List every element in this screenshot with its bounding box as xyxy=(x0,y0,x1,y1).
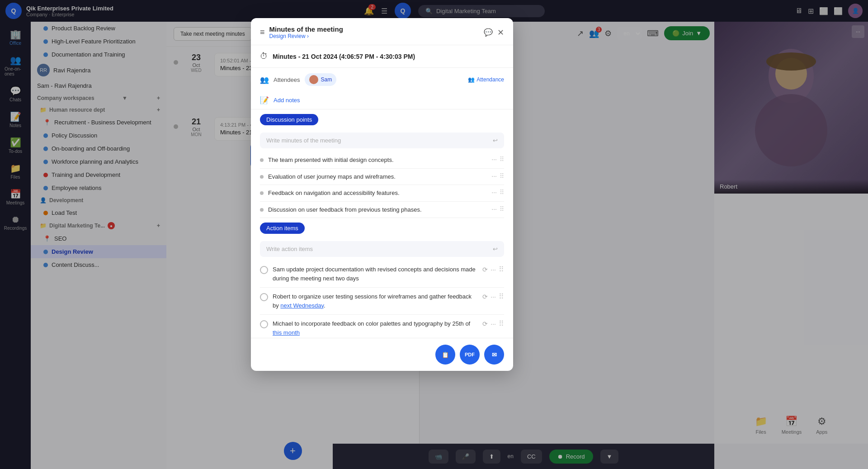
action-checkbox-3[interactable] xyxy=(260,320,268,328)
add-notes-row: 📝 Add notes xyxy=(251,91,513,109)
discussion-item-1: The team presented with initial design c… xyxy=(260,152,504,169)
discussion-section: Discussion points xyxy=(260,109,504,127)
drag-handle-icon: ⠿ xyxy=(499,265,504,274)
modal-footer: 📋 PDF ✉ xyxy=(251,338,513,371)
modal-meeting-title: Minutes - 21 Oct 2024 (4:06:57 PM - 4:30… xyxy=(273,53,415,60)
pdf-button[interactable]: PDF xyxy=(460,345,480,365)
bullet-icon xyxy=(260,158,264,162)
attendees-label: Attendees xyxy=(274,76,300,83)
modal-close-button[interactable]: ✕ xyxy=(497,28,504,38)
add-notes-link[interactable]: Add notes xyxy=(274,97,300,104)
drag-handle-icon: ⠿ xyxy=(499,292,504,301)
modal-title-group: Minutes of the meeting Design Review › xyxy=(269,25,343,39)
attendance-icon: 👥 xyxy=(468,76,475,83)
attendee-avatar-sam xyxy=(309,75,318,84)
action-link-wednesday[interactable]: next Wednesday xyxy=(280,302,324,309)
action-ctrl-2: ⟳ ··· ⠿ xyxy=(482,292,504,301)
action-more-button[interactable]: ··· xyxy=(491,266,496,273)
action-text-1: Sam update project documentation with re… xyxy=(273,265,478,283)
email-button[interactable]: ✉ xyxy=(484,345,504,365)
discussion-item-3: Feedback on navigation and accessibility… xyxy=(260,185,504,202)
action-item-3: Michael to incorporate feedback on color… xyxy=(260,315,504,338)
modal-chat-button[interactable]: 💬 xyxy=(484,28,493,38)
action-item-2: Robert to organize user testing sessions… xyxy=(260,288,504,315)
modal-list-icon: ≡ xyxy=(260,28,265,37)
action-text-2: Robert to organize user testing sessions… xyxy=(273,292,478,310)
minutes-modal: ≡ Minutes of the meeting Design Review ›… xyxy=(251,18,513,371)
action-ctrl-3: ⟳ ··· ⠿ xyxy=(482,319,504,328)
drag-handle-icon: ⠿ xyxy=(499,319,504,328)
action-ctrl-1: ⟳ ··· ⠿ xyxy=(482,265,504,274)
action-checkbox-1[interactable] xyxy=(260,266,268,274)
tab-discussion[interactable]: Discussion points xyxy=(260,114,318,125)
disc-more-button[interactable]: ··· xyxy=(491,156,497,163)
meeting-title-icon: ⏱ xyxy=(260,52,268,61)
modal-content: Discussion points Write minutes of the m… xyxy=(251,109,513,338)
action-item-1: Sam update project documentation with re… xyxy=(260,261,504,288)
action-checkbox-2[interactable] xyxy=(260,293,268,301)
bullet-icon xyxy=(260,208,264,212)
attendees-icon: 👥 xyxy=(260,76,269,84)
refresh-icon: ↩ xyxy=(493,246,498,252)
write-action-input[interactable]: Write action items ↩ xyxy=(260,241,504,257)
modal-header-actions: 💬 ✕ xyxy=(484,28,504,38)
disc-item-actions: ··· ⠿ xyxy=(491,205,504,213)
tab-action[interactable]: Action items xyxy=(260,223,305,234)
drag-handle-icon: ⠿ xyxy=(500,189,504,196)
attendee-chip-sam: Sam xyxy=(305,73,337,86)
discussion-item-4: Discussion on user feedback from previou… xyxy=(260,202,504,218)
copy-button[interactable]: 📋 xyxy=(435,345,455,365)
modal-title: Minutes of the meeting xyxy=(269,25,343,33)
action-link-month[interactable]: this month xyxy=(273,329,300,336)
drag-handle-icon: ⠿ xyxy=(500,172,504,180)
refresh-icon: ↩ xyxy=(493,137,498,144)
drag-handle-icon: ⠿ xyxy=(500,205,504,213)
action-assign-button[interactable]: ⟳ xyxy=(482,293,488,300)
action-text-3: Michael to incorporate feedback on color… xyxy=(273,319,478,337)
action-section: Action items xyxy=(260,218,504,236)
modal-header: ≡ Minutes of the meeting Design Review ›… xyxy=(251,18,513,45)
action-assign-button[interactable]: ⟳ xyxy=(482,266,488,273)
action-more-button[interactable]: ··· xyxy=(491,320,496,327)
action-more-button[interactable]: ··· xyxy=(491,293,496,300)
notes-icon: 📝 xyxy=(260,96,269,104)
modal-title-area: ≡ Minutes of the meeting Design Review › xyxy=(260,25,343,39)
drag-handle-icon: ⠿ xyxy=(500,156,504,163)
meeting-title-row: ⏱ Minutes - 21 Oct 2024 (4:06:57 PM - 4:… xyxy=(251,45,513,68)
modal-breadcrumb[interactable]: Design Review › xyxy=(269,33,343,39)
breadcrumb-chevron: › xyxy=(307,33,309,39)
write-discussion-input[interactable]: Write minutes of the meeting ↩ xyxy=(260,133,504,148)
disc-item-actions: ··· ⠿ xyxy=(491,156,504,163)
action-assign-button[interactable]: ⟳ xyxy=(482,320,488,327)
bullet-icon xyxy=(260,191,264,195)
attendance-button[interactable]: 👥 Attendance xyxy=(468,76,504,83)
disc-item-actions: ··· ⠿ xyxy=(491,189,504,196)
disc-more-button[interactable]: ··· xyxy=(491,172,497,180)
bullet-icon xyxy=(260,175,264,179)
attendees-row: 👥 Attendees Sam 👥 Attendance xyxy=(251,68,513,91)
disc-item-actions: ··· ⠿ xyxy=(491,172,504,180)
disc-more-button[interactable]: ··· xyxy=(491,189,497,196)
disc-more-button[interactable]: ··· xyxy=(491,205,497,213)
discussion-item-2: Evaluation of user journey maps and wire… xyxy=(260,169,504,185)
